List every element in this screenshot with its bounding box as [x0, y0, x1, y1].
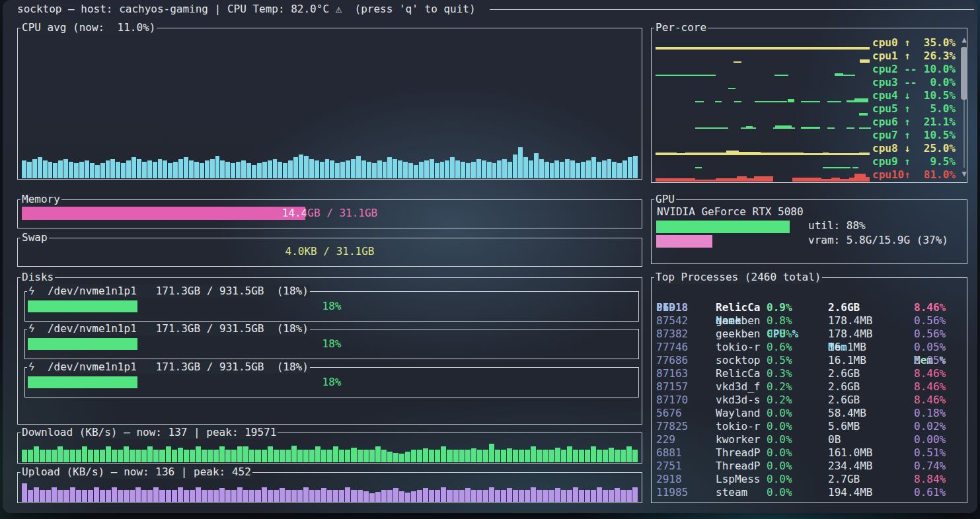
history-bar — [74, 163, 79, 178]
upload-title: Upload (KB/s) — now: 136 | peak: 452 — [20, 466, 252, 479]
history-bar — [615, 450, 620, 462]
table-row[interactable]: 229kworker0.0%0B0.00% — [652, 433, 966, 446]
history-bar — [459, 450, 465, 462]
history-bar — [262, 450, 267, 462]
history-bar — [291, 446, 297, 463]
table-row[interactable]: 6881ThreadP0.0%161.0MB0.51% — [652, 446, 966, 460]
process-mem-pct: 8.84% — [914, 473, 946, 486]
scroll-up-icon[interactable]: ▲ — [960, 35, 968, 44]
history-bar — [591, 490, 596, 502]
table-row[interactable]: 87170vkd3d-s0.2%2.6GB8.46% — [652, 394, 966, 407]
history-bar — [252, 165, 256, 178]
core-label: cpu5↑5.0% — [872, 102, 956, 116]
core-sparkline — [656, 64, 870, 76]
top-processes-title: Top Processes (2460 total) — [654, 271, 822, 284]
table-row[interactable]: 11985steam0.0%194.4MB0.61% — [652, 486, 966, 499]
history-bar — [497, 160, 502, 178]
history-bar — [471, 448, 476, 462]
history-bar — [508, 162, 512, 178]
history-bar — [476, 159, 481, 178]
upload-panel: Upload (KB/s) — now: 136 | peak: 452 — [17, 472, 642, 503]
history-bar — [90, 163, 94, 178]
table-row[interactable]: 87382geekben0.8%178.4MB0.56% — [652, 328, 966, 341]
sparkline-segment — [753, 127, 756, 129]
process-mem: 2.6GB — [828, 394, 860, 407]
history-bar — [184, 450, 189, 462]
cpu-avg-panel: CPU avg (now: 11.0%) — [17, 28, 642, 180]
history-bar — [130, 450, 135, 462]
history-bar — [268, 490, 273, 502]
history-bar — [124, 490, 129, 502]
table-row[interactable]: 87163RelicCa0.3%2.6GB8.46% — [652, 367, 966, 380]
history-bar — [141, 490, 147, 502]
table-row[interactable]: 86918RelicCa0.9%2.6GB8.46% — [652, 301, 966, 314]
table-row[interactable]: 87157vkd3d_f0.2%2.6GB8.46% — [652, 380, 966, 394]
core-name: cpu4 — [872, 89, 904, 102]
table-row[interactable]: 77825tokio-r0.0%5.6MB0.02% — [652, 420, 966, 433]
per-core-scrollbar[interactable]: ▲ ▼ — [960, 35, 968, 178]
table-row[interactable]: 5676Wayland0.0%58.4MB0.18% — [652, 407, 966, 420]
disk-item-title: ϟ /dev/nvme1n1p1 171.3GB / 931.5GB (18%) — [27, 361, 310, 374]
disk-item-title: ϟ /dev/nvme1n1p1 171.3GB / 931.5GB (18%) — [27, 322, 310, 335]
history-bar — [549, 450, 554, 462]
history-bar — [339, 450, 344, 462]
history-bar — [597, 450, 602, 462]
history-bar — [576, 163, 580, 178]
disk-percent-label: 18% — [28, 338, 636, 350]
table-row[interactable]: 2751ThreadP0.0%234.4MB0.74% — [652, 460, 966, 473]
history-bar — [202, 450, 207, 462]
process-cpu: 0.0% — [767, 486, 792, 499]
history-bar — [304, 156, 309, 178]
history-bar — [293, 157, 298, 178]
history-bar — [70, 487, 75, 502]
table-row[interactable]: 2918LspMess0.0%2.7GB8.84% — [652, 473, 966, 486]
sparkline-segment — [821, 179, 831, 182]
history-bar — [570, 160, 575, 178]
history-bar — [513, 450, 518, 462]
core-label: cpu1↑26.3% — [872, 50, 956, 63]
history-bar — [550, 163, 554, 178]
history-bar — [159, 450, 165, 462]
history-bar — [543, 450, 548, 462]
history-bar — [147, 160, 152, 178]
history-bar — [461, 162, 465, 178]
history-bar — [537, 490, 542, 502]
history-bar — [405, 452, 410, 463]
history-bar — [495, 450, 500, 462]
history-bar — [615, 488, 620, 502]
sparkline-segment — [754, 176, 773, 182]
table-row[interactable]: 77686socktop0.5%16.1MB0.05% — [652, 354, 966, 367]
table-row[interactable]: 77746tokio-r0.6%16.1MB0.05% — [652, 341, 966, 354]
process-cpu: 0.0% — [767, 460, 792, 473]
history-bar — [375, 492, 381, 502]
scroll-down-icon[interactable]: ▼ — [960, 169, 968, 178]
history-bar — [321, 488, 326, 502]
titlebar-rule — [490, 9, 974, 10]
history-bar — [579, 490, 584, 502]
history-bar — [417, 450, 422, 462]
history-bar — [399, 491, 404, 502]
history-bar — [381, 450, 387, 462]
history-bar — [369, 493, 375, 502]
process-pid: 5676 — [656, 407, 682, 420]
scrollbar-thumb[interactable] — [961, 47, 967, 100]
history-bar — [381, 490, 387, 502]
history-bar — [88, 450, 93, 462]
history-bar — [153, 162, 157, 178]
core-usage-value: 9.5% — [917, 155, 956, 168]
gpu-panel: GPU NVIDIA GeForce RTX 5080 util: 88% vr… — [651, 199, 967, 264]
history-bar — [207, 450, 213, 462]
history-bar — [561, 490, 566, 502]
history-bar — [88, 490, 93, 502]
memory-title: Memory — [20, 193, 61, 206]
table-row[interactable]: 87542geekben0.8%178.4MB0.56% — [652, 314, 966, 328]
history-bar — [539, 159, 544, 178]
sparkline-segment — [823, 153, 829, 155]
history-bar — [190, 490, 195, 502]
history-bar — [330, 160, 334, 178]
core-name: cpu6 — [872, 116, 904, 129]
history-bar — [95, 165, 100, 178]
history-bar — [531, 446, 536, 462]
history-bar — [565, 159, 570, 178]
history-bar — [202, 490, 207, 502]
